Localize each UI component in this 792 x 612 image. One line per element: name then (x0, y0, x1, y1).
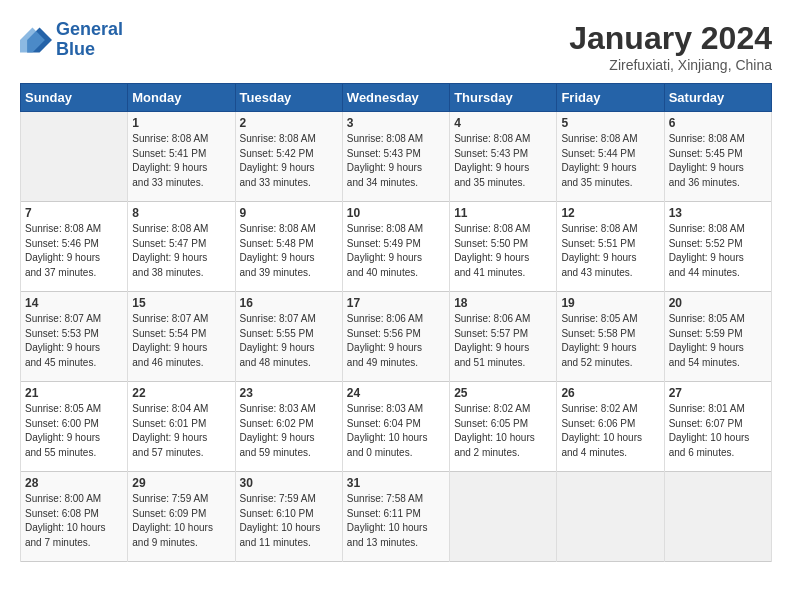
week-row-2: 7Sunrise: 8:08 AM Sunset: 5:46 PM Daylig… (21, 202, 772, 292)
day-info: Sunrise: 8:08 AM Sunset: 5:46 PM Dayligh… (25, 222, 123, 280)
day-cell: 14Sunrise: 8:07 AM Sunset: 5:53 PM Dayli… (21, 292, 128, 382)
day-cell (450, 472, 557, 562)
day-info: Sunrise: 7:59 AM Sunset: 6:10 PM Dayligh… (240, 492, 338, 550)
day-info: Sunrise: 8:08 AM Sunset: 5:50 PM Dayligh… (454, 222, 552, 280)
day-cell: 30Sunrise: 7:59 AM Sunset: 6:10 PM Dayli… (235, 472, 342, 562)
logo-line1: General (56, 19, 123, 39)
logo-line2: Blue (56, 39, 95, 59)
day-info: Sunrise: 8:08 AM Sunset: 5:52 PM Dayligh… (669, 222, 767, 280)
day-number: 1 (132, 116, 230, 130)
day-number: 4 (454, 116, 552, 130)
day-number: 27 (669, 386, 767, 400)
day-number: 12 (561, 206, 659, 220)
day-info: Sunrise: 8:08 AM Sunset: 5:51 PM Dayligh… (561, 222, 659, 280)
day-info: Sunrise: 8:08 AM Sunset: 5:42 PM Dayligh… (240, 132, 338, 190)
day-cell: 3Sunrise: 8:08 AM Sunset: 5:43 PM Daylig… (342, 112, 449, 202)
header-thursday: Thursday (450, 84, 557, 112)
day-cell: 29Sunrise: 7:59 AM Sunset: 6:09 PM Dayli… (128, 472, 235, 562)
day-info: Sunrise: 7:59 AM Sunset: 6:09 PM Dayligh… (132, 492, 230, 550)
day-info: Sunrise: 8:08 AM Sunset: 5:43 PM Dayligh… (454, 132, 552, 190)
logo-icon (20, 24, 52, 56)
calendar-header-row: SundayMondayTuesdayWednesdayThursdayFrid… (21, 84, 772, 112)
day-info: Sunrise: 8:07 AM Sunset: 5:53 PM Dayligh… (25, 312, 123, 370)
header-saturday: Saturday (664, 84, 771, 112)
day-info: Sunrise: 8:08 AM Sunset: 5:49 PM Dayligh… (347, 222, 445, 280)
day-number: 2 (240, 116, 338, 130)
day-cell: 31Sunrise: 7:58 AM Sunset: 6:11 PM Dayli… (342, 472, 449, 562)
day-number: 10 (347, 206, 445, 220)
day-number: 26 (561, 386, 659, 400)
day-cell: 21Sunrise: 8:05 AM Sunset: 6:00 PM Dayli… (21, 382, 128, 472)
day-info: Sunrise: 8:02 AM Sunset: 6:05 PM Dayligh… (454, 402, 552, 460)
day-number: 18 (454, 296, 552, 310)
day-number: 30 (240, 476, 338, 490)
day-cell: 13Sunrise: 8:08 AM Sunset: 5:52 PM Dayli… (664, 202, 771, 292)
day-cell: 10Sunrise: 8:08 AM Sunset: 5:49 PM Dayli… (342, 202, 449, 292)
header-monday: Monday (128, 84, 235, 112)
day-cell: 16Sunrise: 8:07 AM Sunset: 5:55 PM Dayli… (235, 292, 342, 382)
day-cell: 20Sunrise: 8:05 AM Sunset: 5:59 PM Dayli… (664, 292, 771, 382)
day-info: Sunrise: 8:04 AM Sunset: 6:01 PM Dayligh… (132, 402, 230, 460)
day-info: Sunrise: 8:03 AM Sunset: 6:02 PM Dayligh… (240, 402, 338, 460)
day-cell (557, 472, 664, 562)
day-info: Sunrise: 8:07 AM Sunset: 5:55 PM Dayligh… (240, 312, 338, 370)
location: Zirefuxiati, Xinjiang, China (569, 57, 772, 73)
month-title: January 2024 (569, 20, 772, 57)
day-info: Sunrise: 8:03 AM Sunset: 6:04 PM Dayligh… (347, 402, 445, 460)
logo-text: General Blue (56, 20, 123, 60)
day-number: 25 (454, 386, 552, 400)
day-info: Sunrise: 8:05 AM Sunset: 5:58 PM Dayligh… (561, 312, 659, 370)
page-header: General Blue January 2024 Zirefuxiati, X… (20, 20, 772, 73)
day-number: 21 (25, 386, 123, 400)
day-number: 16 (240, 296, 338, 310)
day-info: Sunrise: 8:08 AM Sunset: 5:47 PM Dayligh… (132, 222, 230, 280)
logo: General Blue (20, 20, 123, 60)
day-cell: 2Sunrise: 8:08 AM Sunset: 5:42 PM Daylig… (235, 112, 342, 202)
day-number: 7 (25, 206, 123, 220)
day-cell: 7Sunrise: 8:08 AM Sunset: 5:46 PM Daylig… (21, 202, 128, 292)
day-info: Sunrise: 8:07 AM Sunset: 5:54 PM Dayligh… (132, 312, 230, 370)
day-cell: 5Sunrise: 8:08 AM Sunset: 5:44 PM Daylig… (557, 112, 664, 202)
day-cell: 8Sunrise: 8:08 AM Sunset: 5:47 PM Daylig… (128, 202, 235, 292)
day-info: Sunrise: 8:05 AM Sunset: 6:00 PM Dayligh… (25, 402, 123, 460)
day-cell: 15Sunrise: 8:07 AM Sunset: 5:54 PM Dayli… (128, 292, 235, 382)
day-number: 6 (669, 116, 767, 130)
header-wednesday: Wednesday (342, 84, 449, 112)
day-number: 14 (25, 296, 123, 310)
day-info: Sunrise: 8:05 AM Sunset: 5:59 PM Dayligh… (669, 312, 767, 370)
day-cell: 28Sunrise: 8:00 AM Sunset: 6:08 PM Dayli… (21, 472, 128, 562)
day-number: 22 (132, 386, 230, 400)
day-info: Sunrise: 7:58 AM Sunset: 6:11 PM Dayligh… (347, 492, 445, 550)
day-cell: 11Sunrise: 8:08 AM Sunset: 5:50 PM Dayli… (450, 202, 557, 292)
day-number: 8 (132, 206, 230, 220)
day-number: 24 (347, 386, 445, 400)
day-info: Sunrise: 8:08 AM Sunset: 5:43 PM Dayligh… (347, 132, 445, 190)
week-row-1: 1Sunrise: 8:08 AM Sunset: 5:41 PM Daylig… (21, 112, 772, 202)
header-tuesday: Tuesday (235, 84, 342, 112)
day-cell: 9Sunrise: 8:08 AM Sunset: 5:48 PM Daylig… (235, 202, 342, 292)
day-cell: 25Sunrise: 8:02 AM Sunset: 6:05 PM Dayli… (450, 382, 557, 472)
day-cell (21, 112, 128, 202)
day-number: 5 (561, 116, 659, 130)
week-row-4: 21Sunrise: 8:05 AM Sunset: 6:00 PM Dayli… (21, 382, 772, 472)
day-cell: 26Sunrise: 8:02 AM Sunset: 6:06 PM Dayli… (557, 382, 664, 472)
day-info: Sunrise: 8:08 AM Sunset: 5:48 PM Dayligh… (240, 222, 338, 280)
day-number: 13 (669, 206, 767, 220)
day-info: Sunrise: 8:06 AM Sunset: 5:56 PM Dayligh… (347, 312, 445, 370)
day-info: Sunrise: 8:01 AM Sunset: 6:07 PM Dayligh… (669, 402, 767, 460)
day-cell: 6Sunrise: 8:08 AM Sunset: 5:45 PM Daylig… (664, 112, 771, 202)
day-cell: 18Sunrise: 8:06 AM Sunset: 5:57 PM Dayli… (450, 292, 557, 382)
day-info: Sunrise: 8:08 AM Sunset: 5:44 PM Dayligh… (561, 132, 659, 190)
day-number: 19 (561, 296, 659, 310)
day-number: 20 (669, 296, 767, 310)
day-number: 17 (347, 296, 445, 310)
day-number: 29 (132, 476, 230, 490)
day-number: 11 (454, 206, 552, 220)
week-row-5: 28Sunrise: 8:00 AM Sunset: 6:08 PM Dayli… (21, 472, 772, 562)
day-cell: 4Sunrise: 8:08 AM Sunset: 5:43 PM Daylig… (450, 112, 557, 202)
day-cell: 24Sunrise: 8:03 AM Sunset: 6:04 PM Dayli… (342, 382, 449, 472)
day-info: Sunrise: 8:08 AM Sunset: 5:45 PM Dayligh… (669, 132, 767, 190)
day-cell: 23Sunrise: 8:03 AM Sunset: 6:02 PM Dayli… (235, 382, 342, 472)
day-info: Sunrise: 8:00 AM Sunset: 6:08 PM Dayligh… (25, 492, 123, 550)
day-cell: 12Sunrise: 8:08 AM Sunset: 5:51 PM Dayli… (557, 202, 664, 292)
